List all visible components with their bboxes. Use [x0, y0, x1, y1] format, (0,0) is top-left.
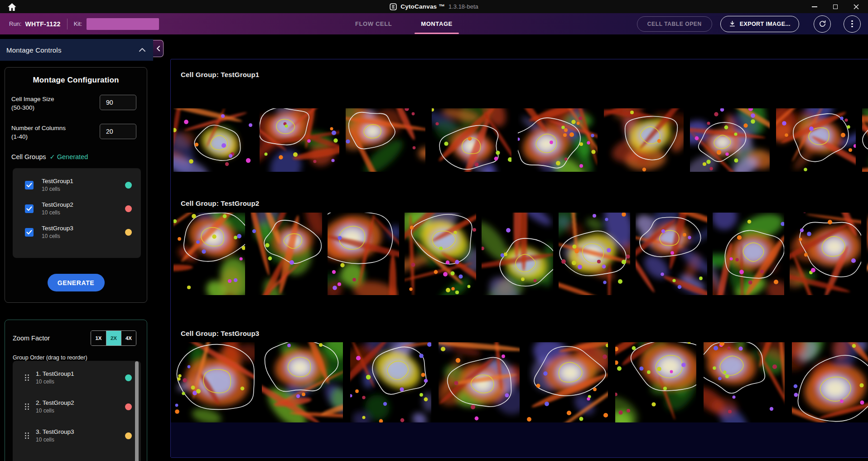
kebab-menu-icon — [851, 20, 853, 27]
group-color-dot — [125, 205, 132, 212]
tab-flow-cell[interactable]: FLOW CELL — [349, 13, 398, 34]
num-columns-input[interactable] — [100, 124, 136, 139]
header-divider — [67, 19, 68, 29]
montage-row-testgroup2 — [174, 213, 868, 295]
cell-tile[interactable] — [559, 213, 630, 295]
tab-montage[interactable]: MONTAGE — [415, 13, 459, 34]
minimize-button[interactable] — [810, 2, 819, 11]
cell-tile[interactable] — [350, 342, 431, 422]
zoom-4x-button[interactable]: 4X — [121, 331, 136, 345]
group-color-dot — [125, 432, 132, 439]
minimize-icon — [812, 6, 817, 7]
app-title: CytoCanvas ™ — [400, 3, 445, 10]
checkbox-testgroup3[interactable] — [25, 228, 34, 237]
cell-tile[interactable] — [604, 108, 684, 172]
window-controls — [810, 0, 864, 13]
refresh-button[interactable] — [814, 15, 831, 33]
montage-bottom-strip — [171, 422, 868, 458]
cell-tile[interactable] — [251, 213, 322, 295]
drag-handle-icon[interactable] — [24, 374, 29, 381]
cell-tile[interactable] — [713, 213, 784, 295]
download-icon — [729, 20, 736, 27]
section-label-testgroup1: Cell Group: TestGroup1 — [181, 71, 259, 78]
run-value: WHTF-1122 — [25, 20, 60, 28]
group-row-testgroup1[interactable]: TestGroup110 cells — [13, 175, 141, 195]
zoom-factor-panel: Zoom Factor 1X 2X 4X Group Order (drag t… — [5, 320, 147, 461]
run-label: Run: — [9, 20, 21, 27]
cell-tile[interactable] — [262, 342, 343, 422]
cell-tile[interactable] — [432, 108, 511, 172]
home-button[interactable] — [6, 2, 17, 12]
cell-groups-heading: Cell Groups✓ Generated — [11, 153, 88, 160]
export-image-button[interactable]: EXPORT IMAGE... — [720, 16, 799, 32]
generate-button[interactable]: GENERATE — [48, 274, 105, 291]
cytocanvas-app: CytoCanvas ™ 1.3.18-beta Run: WHTF-1122 … — [0, 0, 868, 461]
cell-tile[interactable] — [862, 108, 868, 172]
cell-tile[interactable] — [174, 108, 253, 172]
kit-value-redacted — [87, 18, 159, 30]
montage-controls-title: Montage Controls — [6, 46, 62, 54]
num-columns-row: Number of Columns (1-40) — [11, 124, 136, 141]
cell-tile[interactable] — [704, 342, 785, 422]
cell-tile[interactable] — [405, 213, 476, 295]
drag-handle-icon[interactable] — [24, 432, 29, 439]
group-order-label: Group Order (drag to reorder) — [13, 354, 87, 361]
section-label-testgroup2: Cell Group: TestGroup2 — [181, 199, 259, 207]
config-title: Montage Configuration — [5, 76, 147, 85]
cell-image-size-input[interactable] — [100, 95, 136, 110]
kit-label: Kit: — [74, 20, 82, 27]
group-color-dot — [125, 229, 132, 236]
cell-tile[interactable] — [790, 213, 861, 295]
montage-controls-header[interactable]: Montage Controls — [0, 39, 153, 61]
home-icon — [8, 3, 16, 11]
sidebar-collapse-button[interactable] — [153, 40, 164, 57]
order-row-2[interactable]: 2. TestGroup210 cells — [13, 395, 141, 418]
checkbox-testgroup2[interactable] — [25, 204, 34, 213]
zoom-2x-button[interactable]: 2X — [106, 331, 121, 345]
maximize-icon — [833, 5, 838, 9]
cell-tile[interactable] — [346, 108, 425, 172]
cell-tile[interactable] — [690, 108, 770, 172]
cell-tile[interactable] — [482, 213, 553, 295]
group-row-testgroup2[interactable]: TestGroup210 cells — [13, 198, 141, 219]
montage-row-testgroup1 — [174, 108, 868, 172]
order-row-3[interactable]: 3. TestGroup310 cells — [13, 424, 141, 447]
order-row-1[interactable]: 1. TestGroup110 cells — [13, 366, 141, 389]
group-row-testgroup3[interactable]: TestGroup310 cells — [13, 222, 141, 243]
group-order-list: 1. TestGroup110 cells 2. TestGroup210 ce… — [13, 361, 141, 461]
more-options-button[interactable] — [844, 15, 861, 33]
view-tabs: FLOW CELL MONTAGE — [349, 13, 459, 34]
maximize-button[interactable] — [831, 2, 840, 11]
montage-configuration-panel: Montage Configuration Cell Image Size (5… — [5, 67, 147, 303]
cell-tile[interactable] — [518, 108, 598, 172]
section-label-testgroup3: Cell Group: TestGroup3 — [181, 330, 259, 337]
checkbox-testgroup1[interactable] — [25, 181, 34, 189]
cell-tile[interactable] — [439, 342, 520, 422]
cell-tile[interactable] — [174, 213, 245, 295]
header-actions: CELL TABLE OPEN EXPORT IMAGE... — [637, 13, 861, 34]
cell-tile[interactable] — [776, 108, 856, 172]
run-info: Run: WHTF-1122 Kit: — [9, 13, 159, 34]
cell-tile[interactable] — [328, 213, 399, 295]
cell-tile[interactable] — [615, 342, 696, 422]
montage-row-testgroup3 — [174, 342, 868, 422]
cell-tile[interactable] — [792, 342, 868, 422]
drag-handle-icon[interactable] — [24, 403, 29, 410]
sidebar-scrollbar-thumb[interactable] — [135, 361, 139, 461]
cell-image-size-label: Cell Image Size (50-300) — [11, 95, 54, 112]
chevron-up-icon[interactable] — [139, 48, 146, 52]
cell-tile[interactable] — [636, 213, 707, 295]
cytocanvas-logo-icon — [390, 3, 397, 10]
close-button[interactable] — [852, 2, 861, 11]
generated-badge: ✓ Generated — [50, 153, 88, 160]
montage-viewport: Cell Group: TestGroup1 Cell Group: TestG… — [170, 59, 868, 458]
chevron-left-icon — [156, 46, 160, 51]
group-color-dot — [125, 403, 132, 410]
cell-groups-list: TestGroup110 cells TestGroup210 cells Te… — [13, 168, 141, 258]
cell-table-open-button[interactable]: CELL TABLE OPEN — [637, 16, 712, 32]
cell-tile[interactable] — [527, 342, 608, 422]
zoom-factor-segmented-control: 1X 2X 4X — [91, 330, 136, 346]
cell-tile[interactable] — [174, 342, 255, 422]
cell-tile[interactable] — [260, 108, 339, 172]
zoom-1x-button[interactable]: 1X — [91, 331, 106, 345]
